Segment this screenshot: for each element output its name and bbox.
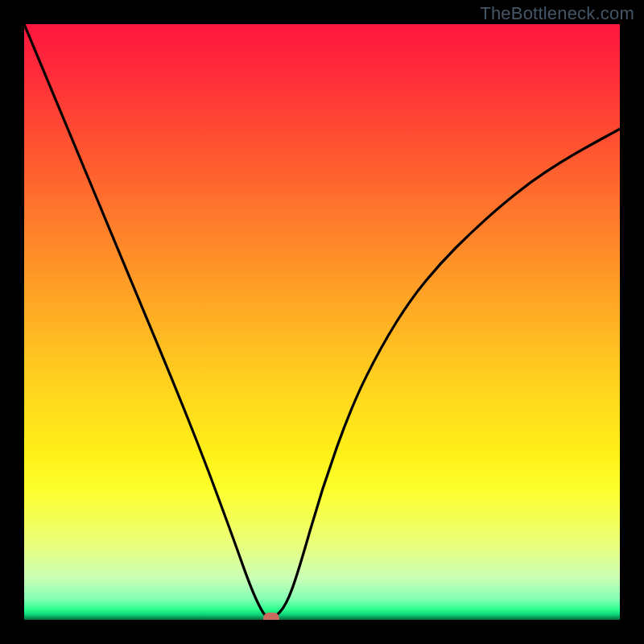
curve-svg	[24, 24, 620, 620]
optimum-marker	[263, 613, 279, 620]
plot-area	[24, 24, 620, 620]
bottleneck-curve	[24, 24, 620, 618]
watermark-text: TheBottleneck.com	[480, 3, 634, 24]
chart-frame: TheBottleneck.com	[0, 0, 644, 644]
